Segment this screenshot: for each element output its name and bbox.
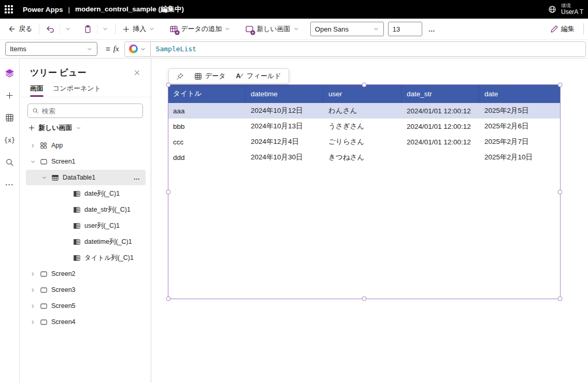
table-row[interactable]: aaa2024年10月12日わんさん2024/01/01 12:00:12202… [168, 103, 561, 119]
table-cell: 2024年12月4日 [246, 134, 323, 150]
table-cell: 2024/01/01 12:00:12 [401, 119, 479, 134]
tree-item-screen2[interactable]: Screen2 [26, 266, 146, 282]
toolbar-overflow-button[interactable]: … [428, 25, 436, 33]
font-size-input[interactable]: 13 [388, 22, 422, 36]
selection-handle[interactable] [166, 297, 171, 301]
table-header-date[interactable]: date [479, 84, 561, 103]
tree-item-screen3[interactable]: Screen3 [26, 282, 146, 298]
more-rail-button[interactable]: ··· [2, 176, 18, 193]
plus-icon [28, 124, 35, 131]
chevron-down-icon [293, 26, 299, 32]
edit-button[interactable]: 編集 [547, 22, 578, 36]
toolbar-edge-divider [583, 23, 584, 35]
fields-toolbar-button[interactable]: A フィールド [232, 69, 285, 83]
table-header-datetime[interactable]: datetime [246, 84, 323, 103]
app-icon [40, 142, 48, 150]
chevron-right-icon[interactable] [30, 143, 36, 149]
tree-item-label: datetime列(_C)1 [84, 238, 132, 246]
table-row[interactable]: ddd2024年10月30日きつねさん2025年2月10日 [168, 150, 561, 165]
new-screen-button[interactable]: 新しい画面 [241, 22, 303, 36]
column-icon [73, 222, 81, 230]
copilot-button[interactable] [125, 45, 150, 53]
tree-item-label: Screen5 [51, 302, 76, 310]
close-icon [134, 69, 140, 76]
chevron-down-icon [87, 46, 93, 52]
tree-item-screen4[interactable]: Screen4 [26, 314, 146, 330]
formula-input[interactable]: SampleList [124, 41, 586, 57]
chevron-down-icon [149, 26, 155, 32]
tree-item-date-col[interactable]: date列(_C)1 [26, 186, 146, 201]
table-header-datestr[interactable]: date_str [401, 84, 479, 103]
tree-item-user-col[interactable]: user列(_C)1 [26, 218, 146, 233]
tree-item-label: Screen4 [51, 318, 76, 326]
back-button[interactable]: 戻る [4, 22, 36, 36]
undo-dropdown-button[interactable] [61, 23, 75, 35]
chevron-right-icon[interactable] [30, 319, 36, 325]
selection-handle[interactable] [166, 189, 171, 194]
paste-dropdown-button[interactable] [98, 23, 112, 35]
formula-text[interactable]: SampleList [156, 45, 196, 53]
data-toolbar-label: データ [205, 71, 226, 81]
pin-toolbar-button[interactable] [172, 70, 188, 82]
chevron-right-icon[interactable] [30, 303, 36, 309]
selection-handle[interactable] [558, 83, 563, 87]
table-cell: 2024/01/01 12:00:12 [401, 134, 479, 150]
table-header-[interactable]: タイトル [168, 84, 246, 103]
tree-item-screen1[interactable]: Screen1 [26, 154, 146, 169]
data-table-control[interactable]: タイトルdatetimeuserdate_strdateaaa2024年10月1… [168, 84, 561, 165]
chevron-down-icon[interactable] [30, 159, 36, 165]
tree-item-datatable1[interactable]: DataTable1… [26, 170, 146, 185]
chevron-down-icon[interactable] [41, 175, 47, 181]
tree-item-date-str-col[interactable]: date_str列(_C)1 [26, 202, 146, 217]
tree-search-input[interactable] [42, 107, 138, 115]
data-toolbar-button[interactable]: データ [190, 69, 230, 83]
tab-components[interactable]: コンポーネント [53, 84, 101, 97]
environment-icon [548, 5, 557, 14]
selection-handle[interactable] [362, 83, 367, 87]
tree-search-box[interactable] [27, 104, 143, 118]
table-cell: bbb [168, 119, 246, 134]
search-rail-button[interactable] [2, 154, 18, 171]
app-launcher-button[interactable] [0, 0, 18, 19]
table-row[interactable]: ccc2024年12月4日ごりらさん2024/01/01 12:00:12202… [168, 134, 561, 150]
data-rail-button[interactable] [2, 109, 18, 126]
tree-item-label: date_str列(_C)1 [84, 205, 131, 214]
app-name[interactable]: Power Apps [23, 6, 63, 13]
property-select[interactable]: Items [5, 42, 97, 56]
selection-handle[interactable] [558, 297, 563, 301]
insert-button[interactable]: 挿入 [119, 22, 159, 36]
environment-switcher[interactable]: 環境 UserA T [561, 3, 588, 16]
insert-rail-button[interactable] [2, 87, 18, 104]
table-cell: ccc [168, 134, 246, 150]
tree-item-more-button[interactable]: … [134, 174, 141, 181]
tree-view-rail-button[interactable] [2, 65, 18, 82]
tree-item-title-col[interactable]: タイトル列(_C)1 [26, 250, 146, 266]
screen-icon [40, 158, 48, 166]
table-cell: 2024年10月30日 [246, 150, 323, 165]
new-screen-tree-button[interactable]: 新しい画面 [20, 118, 151, 137]
screen-icon [40, 302, 48, 310]
undo-button[interactable] [42, 22, 59, 36]
waffle-icon [5, 5, 13, 13]
tree-item-screen5[interactable]: Screen5 [26, 298, 146, 314]
font-family-select[interactable]: Open Sans [310, 22, 384, 36]
close-panel-button[interactable] [132, 67, 142, 78]
canvas[interactable]: データ A フィールド タイトルdatetimeuserdate_strdate… [151, 58, 588, 383]
table-cell: 2025年2月5日 [479, 103, 561, 119]
variables-rail-button[interactable]: {x} [2, 131, 18, 149]
selection-handle[interactable] [362, 297, 367, 301]
table-icon [51, 174, 59, 182]
back-label: 戻る [19, 24, 32, 34]
tree-item-app[interactable]: App [26, 138, 146, 153]
tab-screens[interactable]: 画面 [30, 84, 44, 97]
tree-item-label: user列(_C)1 [84, 222, 120, 230]
table-header-user[interactable]: user [323, 84, 401, 103]
chevron-right-icon[interactable] [30, 287, 36, 293]
tree-item-datetime-col[interactable]: datetime列(_C)1 [26, 234, 146, 249]
add-data-button[interactable]: データの追加 [166, 22, 234, 36]
chevron-right-icon[interactable] [30, 271, 36, 277]
table-row[interactable]: bbb2024年10月13日うさぎさん2024/01/01 12:00:1220… [168, 119, 561, 134]
paste-button[interactable] [80, 22, 96, 36]
insert-label: 挿入 [133, 24, 146, 34]
selection-handle[interactable] [558, 189, 563, 194]
